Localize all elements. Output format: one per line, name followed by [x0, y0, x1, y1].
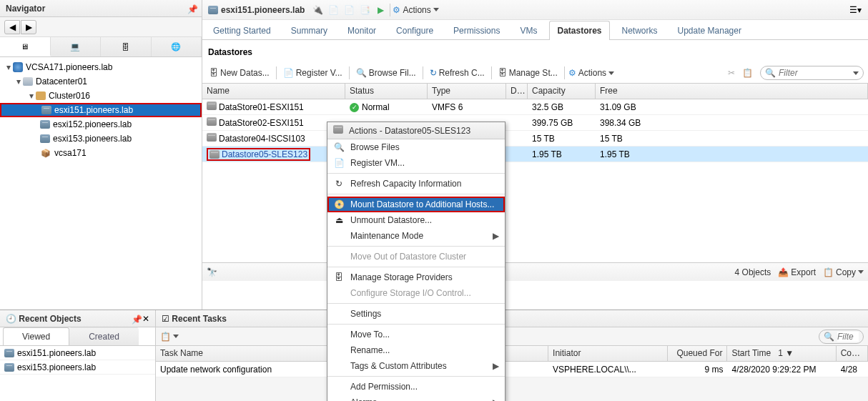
submenu-arrow-icon: ▶ [493, 231, 499, 241]
tree-label: Cluster016 [46, 91, 90, 101]
list-item[interactable]: esxi153.pioneers.lab [0, 360, 155, 375]
menu-item[interactable]: Tags & Custom Attributes▶ [327, 358, 505, 374]
submenu-arrow-icon: ▶ [493, 361, 499, 371]
filter-input[interactable] [779, 68, 850, 78]
menu-item[interactable]: ⏏Unmount Datastore... [327, 212, 505, 228]
menu-item[interactable]: Alarms▶ [327, 395, 505, 401]
recent-tasks-toolbar: 📋 🔍 [156, 327, 868, 346]
tab-datastores[interactable]: Datastores [549, 21, 609, 40]
cell-capacity: 32.5 GB [528, 100, 596, 114]
column-dv[interactable]: Da... [506, 84, 528, 99]
cell-type: VMFS 6 [428, 100, 506, 114]
cell-free: 1.95 TB [596, 147, 868, 162]
cell-name: Datastore04-ISCSI103 [202, 131, 345, 146]
tab-vms[interactable]: VMs [512, 21, 545, 40]
nav-back-button[interactable]: ◀ [4, 20, 20, 34]
menu-item[interactable]: 📀Mount Datastore to Additional Hosts... [327, 197, 505, 212]
column-picker-icon[interactable]: 📋 [740, 66, 754, 80]
close-icon[interactable]: ✕ [142, 314, 149, 324]
column-type[interactable]: Type [428, 84, 506, 99]
tasks-filter-input[interactable] [837, 332, 859, 342]
panel-title: Recent Tasks [172, 314, 862, 324]
nav-forward-button[interactable]: ▶ [21, 20, 36, 34]
cell-free: 398.34 GB [596, 116, 868, 130]
table-row[interactable]: Datastore04-ISCSI10315 TB15 TB [202, 131, 868, 147]
table-row[interactable]: DataStore02-ESXI151399.75 GB398.34 GB [202, 115, 868, 131]
tab-getting-started[interactable]: Getting Started [205, 21, 279, 40]
nav-tab-hosts[interactable]: 🖥 [0, 37, 51, 56]
menu-item[interactable]: 🗄Manage Storage Providers [327, 269, 505, 285]
column-start-time[interactable]: Start Time 1 ▼ [727, 346, 836, 361]
new-datastore-button[interactable]: 🗄New Datas... [207, 68, 272, 78]
pin-icon[interactable]: 📌 [132, 315, 140, 323]
vcenter-icon [13, 62, 23, 72]
menu-item[interactable]: Maintenance Mode▶ [327, 228, 505, 244]
tab-update-manager[interactable]: Update Manager [670, 21, 749, 40]
table-row[interactable]: Datastore05-SLES1231.95 TB1.95 TB [202, 147, 868, 162]
chevron-down-icon [433, 8, 439, 11]
menu-item[interactable]: Add Permission... [327, 379, 505, 395]
clock-icon: 🕘 [6, 314, 16, 324]
tasks-filter-button[interactable]: 📋 [160, 332, 179, 342]
pin-icon[interactable]: 📌 [187, 4, 196, 13]
nav-tab-row: 🖥 💻 🗄 🌐 [0, 37, 202, 57]
tab-networks[interactable]: Networks [614, 21, 666, 40]
copy-button[interactable]: 📋Copy [823, 267, 864, 277]
tree-label: Datacenter01 [33, 76, 87, 86]
register-vm-button[interactable]: 📄Register V... [280, 68, 345, 78]
column-initiator[interactable]: Initiator [548, 346, 668, 361]
tab-created[interactable]: Created [69, 327, 139, 345]
column-free[interactable]: Free [596, 84, 868, 99]
expand-icon[interactable]: ▾ [14, 76, 23, 86]
nav-tab-storage[interactable]: 🗄 [101, 37, 152, 56]
tab-configure[interactable]: Configure [388, 21, 441, 40]
tab-monitor[interactable]: Monitor [340, 21, 384, 40]
tree-node-vc[interactable]: ▾ VCSA171.pioneers.lab [0, 60, 202, 74]
menu-item[interactable]: 🔍Browse Files [327, 139, 505, 155]
column-queued[interactable]: Queued For [668, 346, 728, 361]
cell-free: 15 TB [596, 132, 868, 146]
tree-node-host[interactable]: esxi151.pioneers.lab [0, 103, 202, 117]
column-completed[interactable]: Comp [837, 346, 868, 361]
menu-item-label: Maintenance Mode [350, 231, 423, 241]
toolbar-connect-icon[interactable]: 🔌 [310, 3, 325, 17]
find-icon[interactable]: 🔭 [207, 267, 218, 277]
table-row[interactable]: Update network configuration VSPHERE.LOC… [156, 362, 868, 377]
column-name[interactable]: Name [202, 84, 345, 99]
menu-item[interactable]: Settings [327, 306, 505, 322]
actions-dropdown[interactable]: ⚙ Actions [393, 5, 438, 15]
export-button[interactable]: 📤Export [778, 267, 816, 277]
tab-permissions[interactable]: Permissions [445, 21, 508, 40]
list-item[interactable]: esxi151.pioneers.lab [0, 346, 155, 360]
menu-item[interactable]: Rename... [327, 342, 505, 358]
toolbar-poweron-icon[interactable]: ▶ [373, 3, 388, 17]
tasks-filter-box[interactable]: 🔍 [819, 330, 864, 344]
browse-files-button[interactable]: 🔍Browse Fil... [353, 68, 419, 78]
nav-tab-vms[interactable]: 💻 [51, 37, 102, 56]
grid-actions-dropdown[interactable]: ⚙ Actions [568, 68, 614, 78]
expand-icon[interactable]: ▾ [27, 91, 36, 101]
expand-icon[interactable]: ☰▾ [848, 3, 862, 17]
expand-icon[interactable]: ▾ [4, 62, 13, 72]
page-title-text: esxi151.pioneers.lab [221, 5, 305, 15]
column-status[interactable]: Status [345, 84, 428, 99]
menu-item[interactable]: Move To... [327, 327, 505, 342]
column-capacity[interactable]: Capacity [528, 84, 596, 99]
cell-dv [506, 152, 528, 157]
manage-storage-button[interactable]: 🗄Manage St... [495, 68, 561, 78]
tree-node-vm[interactable]: 📦 vcsa171 [0, 146, 202, 160]
tree-node-host[interactable]: esxi153.pioneers.lab [0, 132, 202, 146]
menu-item[interactable]: 📄Register VM... [327, 155, 505, 171]
menu-item[interactable]: ↻Refresh Capacity Information [327, 176, 505, 192]
tree-node-datacenter[interactable]: ▾ Datacenter01 [0, 74, 202, 89]
tab-summary[interactable]: Summary [283, 21, 335, 40]
filter-box[interactable]: 🔍 [760, 66, 864, 80]
tree-node-cluster[interactable]: ▾ Cluster016 [0, 89, 202, 103]
refresh-button[interactable]: ↻Refresh C... [427, 68, 488, 78]
tree-node-host[interactable]: esxi152.pioneers.lab [0, 117, 202, 132]
table-row[interactable]: DataStore01-ESXI151NormalVMFS 632.5 GB31… [202, 99, 868, 115]
tab-viewed[interactable]: Viewed [3, 327, 69, 345]
datastore-link[interactable]: Datastore05-SLES123 [222, 149, 307, 159]
datastore-icon [333, 125, 345, 136]
nav-tab-network[interactable]: 🌐 [152, 37, 202, 56]
